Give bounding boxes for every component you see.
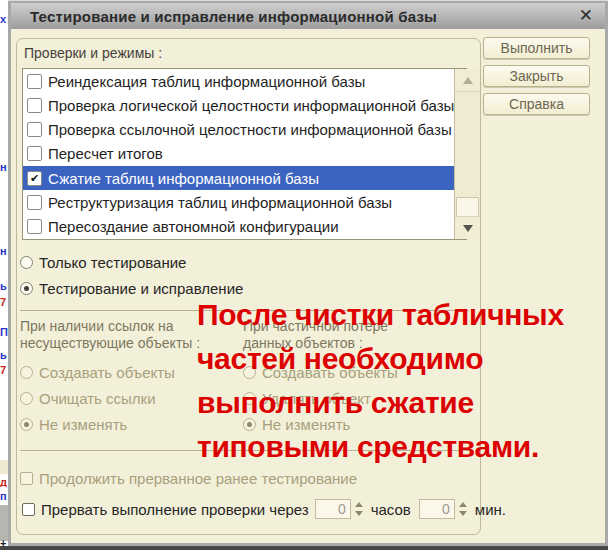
minutes-spinner-field[interactable]: 0	[419, 499, 455, 519]
close-button[interactable]: Закрыть	[483, 65, 590, 87]
background-window-fragment: н	[0, 246, 8, 256]
spinner-up-icon[interactable]	[457, 500, 470, 509]
background-window-fragment: 7	[0, 365, 8, 375]
list-item[interactable]: Реиндексация таблиц информационной базы	[23, 69, 454, 93]
list-item[interactable]: Проверка ссылочной целостности информаци…	[23, 118, 454, 142]
checkbox-icon[interactable]	[27, 74, 42, 89]
spinner-up-icon[interactable]	[353, 500, 366, 509]
checkbox-icon[interactable]	[22, 503, 35, 516]
background-window-fragment: П	[0, 327, 8, 337]
list-item-label: Пересчет итогов	[48, 145, 163, 162]
abort-after-checkbox-row: Прервать выполнение проверки через 0 час…	[22, 500, 508, 518]
hours-spinner-buttons[interactable]	[353, 499, 366, 519]
radio-create-objects[interactable]: Создавать объекты	[20, 363, 175, 381]
minutes-unit-label: мин.	[475, 501, 506, 518]
list-item-label: Сжатие таблиц информационной базы	[48, 170, 319, 187]
checkbox-icon[interactable]	[27, 219, 42, 234]
list-item[interactable]: Пересоздание автономной конфигурации	[23, 215, 454, 239]
annotation-line: типовыми средствами.	[197, 425, 564, 469]
arrow-up-icon	[463, 77, 473, 84]
refs-group-label-line1: При наличии ссылок на	[20, 318, 200, 335]
checks-group-label: Проверки и режимы :	[24, 45, 162, 61]
background-window-fragment: ь	[0, 350, 8, 360]
annotation-text: После чистки табличных частей необходимо…	[197, 293, 564, 469]
arrow-down-icon	[463, 225, 473, 232]
checkbox-icon[interactable]	[27, 122, 42, 137]
close-icon[interactable]: ✕	[579, 5, 593, 27]
list-item-label: Пересоздание автономной конфигурации	[48, 218, 339, 235]
list-scrollbar[interactable]	[454, 69, 480, 239]
checkbox-checked-icon[interactable]: ✔	[27, 171, 42, 186]
checks-list-rows: Реиндексация таблиц информационной базы …	[23, 69, 454, 239]
help-button[interactable]: Справка	[483, 93, 590, 115]
background-window-fragment: ь	[0, 281, 8, 291]
annotation-line: выполнить сжатие	[197, 381, 564, 425]
dialog-client-area: Проверки и режимы : Реиндексация таблиц …	[11, 29, 605, 543]
list-item-label: Реиндексация таблиц информационной базы	[48, 73, 365, 90]
refs-group-label: При наличии ссылок на несуществующие объ…	[20, 318, 200, 352]
checkbox-icon[interactable]	[27, 146, 42, 161]
checkbox-disabled-icon	[20, 472, 33, 485]
window-bottom-edge	[0, 546, 608, 550]
radio-selected-icon[interactable]	[20, 282, 33, 295]
radio-no-change-refs[interactable]: Не изменять	[20, 415, 127, 433]
list-item[interactable]: Проверка логической целостности информац…	[23, 93, 454, 117]
list-item-label: Реструктуризация таблиц информационной б…	[48, 194, 392, 211]
radio-label: Не изменять	[39, 416, 127, 433]
radio-icon[interactable]	[20, 256, 33, 269]
radio-label: Очищать ссылки	[39, 390, 156, 407]
background-window-fragment	[0, 460, 8, 474]
spinner-down-icon[interactable]	[457, 509, 470, 518]
background-window-fragment: д	[0, 477, 8, 487]
list-item-selected[interactable]: ✔ Сжатие таблиц информационной базы	[23, 166, 454, 190]
hours-unit-label: часов	[371, 501, 411, 518]
radio-test-only[interactable]: Только тестирование	[20, 253, 186, 271]
checkbox-icon[interactable]	[27, 98, 42, 113]
background-window-fragment	[0, 505, 8, 541]
radio-disabled-icon	[20, 366, 33, 379]
hours-spinner-field[interactable]: 0	[315, 499, 351, 519]
checks-list[interactable]: Реиндексация таблиц информационной базы …	[22, 68, 467, 240]
checkbox-label: Прервать выполнение проверки через	[41, 501, 309, 518]
refs-group-label-line2: несуществующие объекты :	[20, 335, 200, 352]
list-item-label: Проверка ссылочной целостности информаци…	[48, 121, 452, 138]
background-window-fragment: 7	[0, 297, 8, 307]
annotation-line: частей необходимо	[197, 337, 564, 381]
minutes-spinner-buttons[interactable]	[457, 499, 470, 519]
checkbox-icon[interactable]	[27, 195, 42, 210]
execute-button[interactable]: Выполнить	[483, 37, 590, 59]
spinner-down-icon[interactable]	[353, 509, 366, 518]
window-title: Тестирование и исправление информационно…	[11, 8, 437, 25]
checkbox-label: Продолжить прерванное ранее тестирование	[39, 470, 357, 487]
background-window-fragment: п	[0, 491, 8, 501]
list-item-label: Проверка логической целостности информац…	[48, 97, 454, 114]
annotation-line: После чистки табличных	[197, 293, 564, 337]
dialog-window: Тестирование и исправление информационно…	[8, 0, 608, 546]
title-bar[interactable]: Тестирование и исправление информационно…	[11, 3, 605, 29]
radio-label: Только тестирование	[39, 254, 186, 271]
background-window-fragment: н	[0, 162, 8, 172]
radio-clear-refs[interactable]: Очищать ссылки	[20, 389, 156, 407]
scroll-up-button[interactable]	[455, 69, 480, 92]
list-item[interactable]: Реструктуризация таблиц информационной б…	[23, 190, 454, 214]
list-item[interactable]: Пересчет итогов	[23, 142, 454, 166]
radio-selected-disabled-icon	[20, 418, 33, 431]
radio-disabled-icon	[20, 392, 33, 405]
radio-label: Создавать объекты	[39, 364, 175, 381]
background-window-fragment: х	[0, 14, 8, 24]
continue-testing-checkbox[interactable]: Продолжить прерванное ранее тестирование	[20, 469, 357, 487]
scroll-down-button[interactable]	[455, 216, 480, 239]
